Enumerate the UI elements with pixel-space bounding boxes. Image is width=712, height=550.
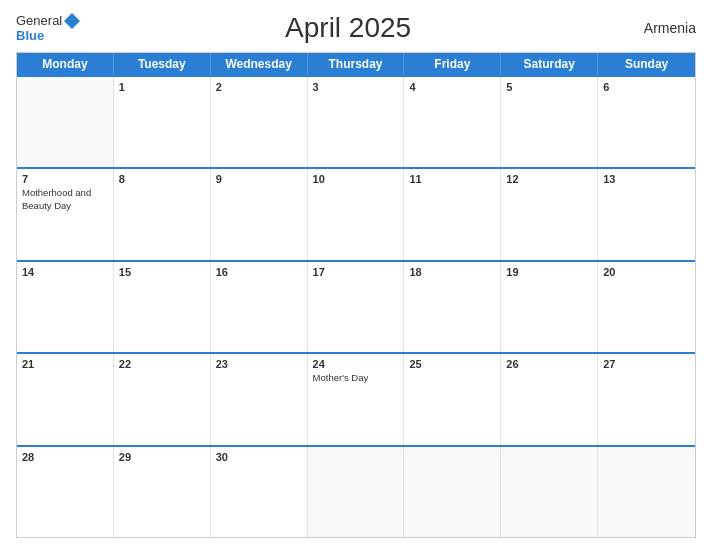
event-mothers-day: Mother's Day <box>313 372 369 384</box>
weekday-tuesday: Tuesday <box>114 53 211 75</box>
weekday-saturday: Saturday <box>501 53 598 75</box>
cell-apr-30: 30 <box>211 447 308 537</box>
cell-apr-3: 3 <box>308 77 405 167</box>
cell-apr-25: 25 <box>404 354 501 444</box>
cell-apr-15: 15 <box>114 262 211 352</box>
cell-apr-27: 27 <box>598 354 695 444</box>
calendar-row-2: 7 Motherhood and Beauty Day 8 9 10 11 12… <box>17 167 695 259</box>
cell-empty-1 <box>17 77 114 167</box>
calendar-title: April 2025 <box>80 12 616 44</box>
cell-empty-2 <box>308 447 405 537</box>
weekday-thursday: Thursday <box>308 53 405 75</box>
cell-apr-1: 1 <box>114 77 211 167</box>
cell-apr-21: 21 <box>17 354 114 444</box>
logo-general-text: General <box>16 14 62 28</box>
calendar-row-5: 28 29 30 <box>17 445 695 537</box>
weekday-monday: Monday <box>17 53 114 75</box>
country-label: Armenia <box>616 20 696 36</box>
logo-icon <box>64 13 80 29</box>
header: General Blue April 2025 Armenia <box>16 12 696 44</box>
cell-apr-2: 2 <box>211 77 308 167</box>
cell-empty-5 <box>598 447 695 537</box>
calendar-row-1: 1 2 3 4 5 6 <box>17 75 695 167</box>
calendar-page: General Blue April 2025 Armenia Monday T… <box>0 0 712 550</box>
cell-apr-28: 28 <box>17 447 114 537</box>
weekday-friday: Friday <box>404 53 501 75</box>
calendar-grid: Monday Tuesday Wednesday Thursday Friday… <box>16 52 696 538</box>
cell-apr-9: 9 <box>211 169 308 259</box>
cell-apr-24: 24 Mother's Day <box>308 354 405 444</box>
cell-apr-13: 13 <box>598 169 695 259</box>
cell-apr-6: 6 <box>598 77 695 167</box>
weekday-wednesday: Wednesday <box>211 53 308 75</box>
cell-apr-7: 7 Motherhood and Beauty Day <box>17 169 114 259</box>
cell-apr-11: 11 <box>404 169 501 259</box>
cell-empty-3 <box>404 447 501 537</box>
cell-apr-26: 26 <box>501 354 598 444</box>
cell-apr-23: 23 <box>211 354 308 444</box>
cell-apr-4: 4 <box>404 77 501 167</box>
cell-apr-19: 19 <box>501 262 598 352</box>
cell-apr-17: 17 <box>308 262 405 352</box>
cell-apr-18: 18 <box>404 262 501 352</box>
calendar-header: Monday Tuesday Wednesday Thursday Friday… <box>17 53 695 75</box>
cell-apr-12: 12 <box>501 169 598 259</box>
cell-apr-10: 10 <box>308 169 405 259</box>
weekday-sunday: Sunday <box>598 53 695 75</box>
calendar-body: 1 2 3 4 5 6 7 Motherhood and Beauty Day … <box>17 75 695 537</box>
cell-empty-4 <box>501 447 598 537</box>
event-motherhood: Motherhood and Beauty Day <box>22 187 108 212</box>
logo-blue-text: Blue <box>16 29 44 43</box>
logo: General Blue <box>16 13 80 43</box>
calendar-row-4: 21 22 23 24 Mother's Day 25 26 27 <box>17 352 695 444</box>
cell-apr-20: 20 <box>598 262 695 352</box>
cell-apr-5: 5 <box>501 77 598 167</box>
cell-apr-14: 14 <box>17 262 114 352</box>
svg-marker-0 <box>64 13 80 29</box>
cell-apr-16: 16 <box>211 262 308 352</box>
cell-apr-29: 29 <box>114 447 211 537</box>
calendar-row-3: 14 15 16 17 18 19 20 <box>17 260 695 352</box>
cell-apr-8: 8 <box>114 169 211 259</box>
cell-apr-22: 22 <box>114 354 211 444</box>
